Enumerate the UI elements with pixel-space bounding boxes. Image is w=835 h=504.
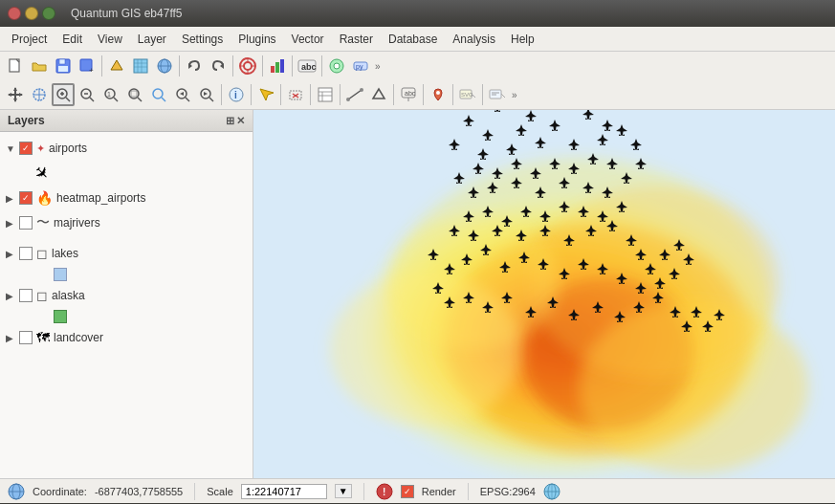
menu-view[interactable]: View [90,30,130,49]
zoom-selection-button[interactable] [147,83,170,106]
landcover-icon: 🗺 [36,330,50,345]
zoom-next-button[interactable] [195,83,218,106]
pan-map-button[interactable] [4,83,27,106]
redo-button[interactable] [207,55,230,77]
layer-item-majrivers[interactable]: ▶ 〜 majrivers [0,210,253,235]
layer-expand-landcover[interactable]: ▶ [6,333,15,343]
layer-expand-heatmap[interactable]: ▶ [6,193,15,204]
svg-rect-25 [280,59,284,73]
undo-button[interactable] [183,55,206,77]
toolbar-more-2[interactable]: » [510,90,519,100]
layer-expand-airports[interactable]: ▼ [6,143,15,154]
zoom-previous-button[interactable] [171,83,194,106]
svg-text:+: + [89,66,94,74]
manage-plugins-button[interactable] [325,55,348,77]
layer-checkbox-heatmap[interactable] [19,191,33,205]
save-as-button[interactable]: + [76,55,99,77]
svg-text:i: i [234,90,237,100]
epsg-label: EPSG:2964 [480,486,536,497]
alaska-swatch-row [0,308,253,325]
window-title: Quantum GIS eb47ff5 [71,7,183,20]
minimize-button[interactable] [25,7,38,20]
layer-item-alaska[interactable]: ▶ ◻ alaska [0,283,253,308]
label-button[interactable]: abc [296,55,319,77]
epsg-globe-icon[interactable] [543,483,560,500]
alaska-swatch [54,310,67,323]
measure-area-button[interactable] [367,83,390,106]
menu-edit[interactable]: Edit [55,30,90,49]
statusbar: Coordinate: -6877403,7758555 Scale ▼ ! R… [0,478,835,503]
measure-line-button[interactable] [343,83,366,106]
layer-checkbox-lakes[interactable] [19,247,33,260]
menu-raster[interactable]: Raster [332,30,381,49]
menu-plugins[interactable]: Plugins [231,30,283,49]
layer-expand-lakes[interactable]: ▶ [6,249,15,259]
layer-expand-alaska[interactable]: ▶ [6,291,15,301]
layers-title: Layers [8,114,45,127]
menu-project[interactable]: Project [4,30,55,49]
identify-button[interactable]: i [225,83,248,106]
add-wms-button[interactable] [153,55,176,77]
window-controls[interactable] [8,7,55,20]
toolbar-row-1: + abc [0,52,835,80]
layer-checkbox-landcover[interactable] [19,331,33,344]
render-checkbox[interactable] [401,485,414,498]
menu-settings[interactable]: Settings [174,30,231,49]
layers-header: Layers ⊞ ✕ [0,110,253,132]
open-attribute-table-button[interactable] [314,83,337,106]
svg-line-38 [66,98,70,101]
menu-help[interactable]: Help [503,30,542,49]
layer-item-landcover[interactable]: ▶ 🗺 landcover [0,325,253,350]
toolbar-more-1[interactable]: » [373,61,383,72]
svg-rect-24 [275,62,279,73]
select-features-button[interactable] [254,83,277,106]
svg-point-29 [334,63,340,69]
toolbar-separator [221,84,222,105]
menu-vector[interactable]: Vector [284,30,332,49]
form-annotation-button[interactable] [486,83,509,106]
open-project-button[interactable] [28,55,51,77]
zoom-layer-button[interactable] [123,83,146,106]
close-button[interactable] [8,7,21,20]
layers-close-icon[interactable]: ✕ [236,115,245,127]
text-annotation-button[interactable]: abc [397,83,420,106]
add-vector-button[interactable] [105,55,128,77]
zoom-out-button[interactable] [76,83,99,106]
menubar: Project Edit View Layer Settings Plugins… [0,27,835,52]
save-project-button[interactable] [52,55,75,77]
layer-item-lakes[interactable]: ▶ ◻ lakes [0,241,253,266]
pan-selected-button[interactable] [28,83,51,106]
new-project-button[interactable] [4,55,27,77]
toolbar-separator [340,84,341,105]
layers-panel: Layers ⊞ ✕ ▼ ✦ airports ✈ ▶ 🔥 [0,110,253,478]
menu-layer[interactable]: Layer [130,30,174,49]
layer-expand-majrivers[interactable]: ▶ [6,218,15,229]
layer-checkbox-majrivers[interactable] [19,216,33,230]
toolbar-row-2: 1 i [0,80,835,109]
layer-name-majrivers: majrivers [54,216,100,230]
menu-analysis[interactable]: Analysis [445,30,503,49]
scale-dropdown-button[interactable]: ▼ [335,484,352,498]
svg-text:py: py [356,63,363,71]
zoom-in-button[interactable] [52,83,75,106]
layer-item-airports[interactable]: ▼ ✦ airports [0,136,253,161]
zoom-full-button[interactable]: 1 [99,83,122,106]
svg-line-53 [186,98,189,101]
chart-button[interactable] [266,55,289,77]
menu-database[interactable]: Database [381,30,445,49]
add-raster-button[interactable] [129,55,152,77]
layer-checkbox-alaska[interactable] [19,289,33,302]
help-lifesaver-button[interactable] [236,55,259,77]
maximize-button[interactable] [42,7,55,20]
map-area[interactable] [253,110,835,478]
scale-input[interactable] [241,484,327,499]
layer-item-heatmap[interactable]: ▶ 🔥 heatmap_airports [0,186,253,210]
layers-expand-icon[interactable]: ⊞ [226,115,234,127]
python-button[interactable]: py [349,55,372,77]
pin-annotation-button[interactable] [427,83,450,106]
svg-annotation-button[interactable]: SVG [456,83,479,106]
layer-name-alaska: alaska [52,289,85,302]
deselect-all-button[interactable] [284,83,307,106]
layer-checkbox-airports[interactable] [19,142,33,155]
alaska-polygon-icon: ◻ [36,288,48,303]
